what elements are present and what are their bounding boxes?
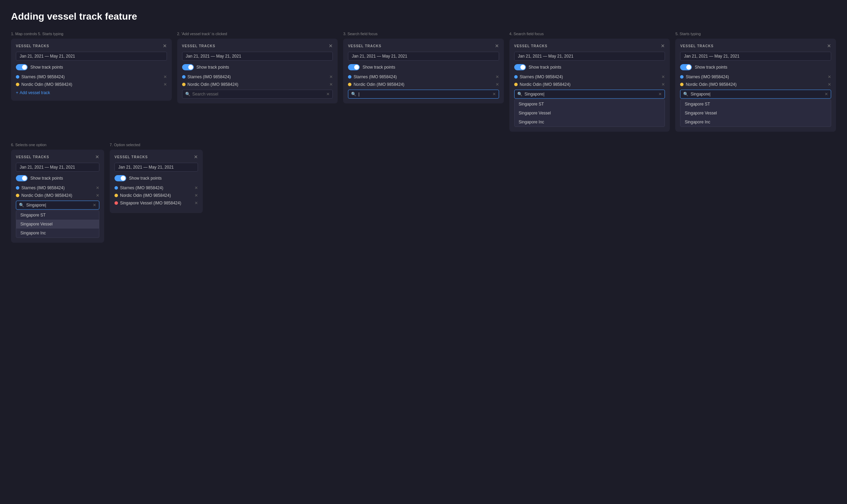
p4-vessel-dot-2 [514, 83, 518, 86]
p2-vessel-close-1[interactable]: ✕ [329, 74, 333, 79]
p6-vessel-info-2: Nordic Odin (IMO 9858424) [16, 193, 72, 198]
panel-2-close-icon[interactable]: ✕ [329, 43, 333, 48]
vessel-dot-yellow [16, 83, 19, 86]
panel-5: VESSEL TRACKS ✕ Jan 21, 2021 — May 21, 2… [675, 39, 836, 132]
panel-1-toggle[interactable] [16, 64, 28, 70]
scenario-6: 6. Selects one option VESSEL TRACKS ✕ Ja… [11, 143, 104, 243]
p5-search-clear[interactable]: ✕ [825, 92, 828, 97]
p7-vessel-close-3[interactable]: ✕ [195, 201, 198, 205]
p4-vessel-close-1[interactable]: ✕ [661, 74, 665, 79]
panel-6-toggle[interactable] [16, 175, 28, 181]
panel-1-toggle-row: Show track points [16, 64, 167, 70]
p5-vessel-dot-1 [680, 75, 684, 79]
panel-2-toggle[interactable] [182, 64, 194, 70]
p2-search-box[interactable]: 🔍 ✕ [182, 90, 333, 99]
p3-search-box[interactable]: 🔍 ✕ [348, 90, 499, 99]
panel-5-toggle[interactable] [680, 64, 692, 70]
p6-vessel-item-1: Starnes (IMO 9858424) ✕ [16, 185, 99, 190]
p3-vessel-close-1[interactable]: ✕ [496, 74, 499, 79]
p5-vessel-close-1[interactable]: ✕ [828, 74, 831, 79]
panel-7-toggle[interactable] [114, 175, 126, 181]
panel-4-date-range[interactable]: Jan 21, 2021 — May 21, 2021 [514, 52, 665, 61]
panel-2-date-range[interactable]: Jan 21, 2021 — May 21, 2021 [182, 52, 333, 61]
p5-dropdown-item-3[interactable]: Singapore Inc [680, 118, 831, 127]
panel-5-title: VESSEL TRACKS [680, 44, 714, 48]
scenario-2: 2. 'Add vessel track' is clicked VESSEL … [177, 32, 338, 132]
vessel-close-icon-2[interactable]: ✕ [163, 82, 167, 87]
panel-4-header: VESSEL TRACKS ✕ [514, 43, 665, 48]
p5-search-input[interactable] [690, 92, 823, 97]
panel-5-date-range[interactable]: Jan 21, 2021 — May 21, 2021 [680, 52, 831, 61]
p2-vessel-name-2: Nordic Odin (IMO 9858424) [188, 82, 238, 87]
panel-1-toggle-label: Show track points [30, 65, 63, 70]
p2-search-input[interactable] [192, 92, 325, 97]
p4-search-input[interactable] [525, 92, 657, 97]
p2-vessel-close-2[interactable]: ✕ [329, 82, 333, 87]
panel-3-date-range[interactable]: Jan 21, 2021 — May 21, 2021 [348, 52, 499, 61]
p6-dropdown-item-1[interactable]: Singapore ST [16, 211, 99, 220]
p7-vessel-info-1: Starnes (IMO 9858424) [114, 185, 163, 190]
p5-dropdown-item-2[interactable]: Singapore Vessel [680, 109, 831, 118]
scenario-2-label: 2. 'Add vessel track' is clicked [177, 32, 338, 36]
panel-6-date-range[interactable]: Jan 21, 2021 — May 21, 2021 [16, 163, 99, 172]
p6-dropdown-item-2[interactable]: Singapore Vessel [16, 220, 99, 229]
p2-vessel-info-2: Nordic Odin (IMO 9858424) [182, 82, 238, 87]
p6-search-clear[interactable]: ✕ [93, 203, 96, 208]
p5-vessel-close-2[interactable]: ✕ [828, 82, 831, 87]
p3-vessel-name-2: Nordic Odin (IMO 9858424) [353, 82, 404, 87]
p6-dropdown-item-3[interactable]: Singapore Inc [16, 229, 99, 238]
p4-search-clear[interactable]: ✕ [658, 92, 662, 97]
panel-4-toggle[interactable] [514, 64, 526, 70]
p6-search-box[interactable]: 🔍 ✕ [16, 201, 99, 210]
panel-3-close-icon[interactable]: ✕ [495, 43, 499, 48]
p3-search-clear[interactable]: ✕ [492, 92, 496, 97]
scenario-4-label: 4. Search field focus [509, 32, 670, 36]
panel-4-close-icon[interactable]: ✕ [661, 43, 665, 48]
vessel-info: Starnes (IMO 9858424) [16, 74, 64, 79]
p6-dropdown: Singapore ST Singapore Vessel Singapore … [16, 210, 99, 238]
p6-search-input[interactable] [26, 203, 91, 208]
vessel-close-icon[interactable]: ✕ [163, 74, 167, 79]
p4-vessel-name-2: Nordic Odin (IMO 9858424) [520, 82, 570, 87]
p6-vessel-name-1: Starnes (IMO 9858424) [21, 185, 64, 190]
p7-vessel-close-2[interactable]: ✕ [195, 193, 198, 198]
panel-2-header: VESSEL TRACKS ✕ [182, 43, 333, 48]
scenarios-row-2: 6. Selects one option VESSEL TRACKS ✕ Ja… [11, 143, 836, 243]
p3-vessel-close-2[interactable]: ✕ [496, 82, 499, 87]
p2-search-clear[interactable]: ✕ [326, 92, 330, 97]
p2-vessel-item-2: Nordic Odin (IMO 9858424) ✕ [182, 82, 333, 87]
add-vessel-button[interactable]: + Add vessel track [16, 90, 50, 96]
panel-1-date-range[interactable]: Jan 21, 2021 — May 21, 2021 [16, 52, 167, 61]
p2-vessel-item-1: Starnes (IMO 9858424) ✕ [182, 74, 333, 79]
panel-7: VESSEL TRACKS ✕ Jan 21, 2021 — May 21, 2… [110, 150, 203, 213]
panel-4: VESSEL TRACKS ✕ Jan 21, 2021 — May 21, 2… [509, 39, 670, 132]
scenario-5-label: 5. Starts typing [675, 32, 836, 36]
panel-7-date-range[interactable]: Jan 21, 2021 — May 21, 2021 [114, 163, 198, 172]
panel-7-close-icon[interactable]: ✕ [194, 154, 198, 159]
page-title: Adding vessel track feature [11, 11, 836, 22]
p5-search-box[interactable]: 🔍 ✕ [680, 90, 831, 99]
p6-vessel-close-2[interactable]: ✕ [96, 193, 99, 198]
p7-vessel-close-1[interactable]: ✕ [195, 185, 198, 190]
panel-5-close-icon[interactable]: ✕ [827, 43, 831, 48]
scenario-1: 1. Map controls 5. Starts typing VESSEL … [11, 32, 172, 132]
p5-dropdown-item-1[interactable]: Singapore ST [680, 100, 831, 109]
p4-dropdown-item-2[interactable]: Singapore Vessel [515, 109, 665, 118]
panel-1-close-icon[interactable]: ✕ [163, 43, 167, 48]
p4-search-box[interactable]: 🔍 ✕ [514, 90, 665, 99]
p4-dropdown-item-1[interactable]: Singapore ST [515, 100, 665, 109]
p4-vessel-close-2[interactable]: ✕ [661, 82, 665, 87]
p4-vessel-item-2: Nordic Odin (IMO 9858424) ✕ [514, 82, 665, 87]
panel-3-toggle[interactable] [348, 64, 360, 70]
p3-search-input[interactable] [358, 92, 490, 97]
scenario-5: 5. Starts typing VESSEL TRACKS ✕ Jan 21,… [675, 32, 836, 132]
p3-vessel-item-1: Starnes (IMO 9858424) ✕ [348, 74, 499, 79]
panel-3: VESSEL TRACKS ✕ Jan 21, 2021 — May 21, 2… [343, 39, 504, 103]
p4-dropdown-item-3[interactable]: Singapore Inc [515, 118, 665, 127]
p3-vessel-info-1: Starnes (IMO 9858424) [348, 74, 397, 79]
p6-vessel-close-1[interactable]: ✕ [96, 185, 99, 190]
p3-vessel-info-2: Nordic Odin (IMO 9858424) [348, 82, 404, 87]
vessel-name-2: Nordic Odin (IMO 9858424) [21, 82, 72, 87]
panel-6-close-icon[interactable]: ✕ [95, 154, 99, 159]
vessel-name: Starnes (IMO 9858424) [21, 74, 64, 79]
